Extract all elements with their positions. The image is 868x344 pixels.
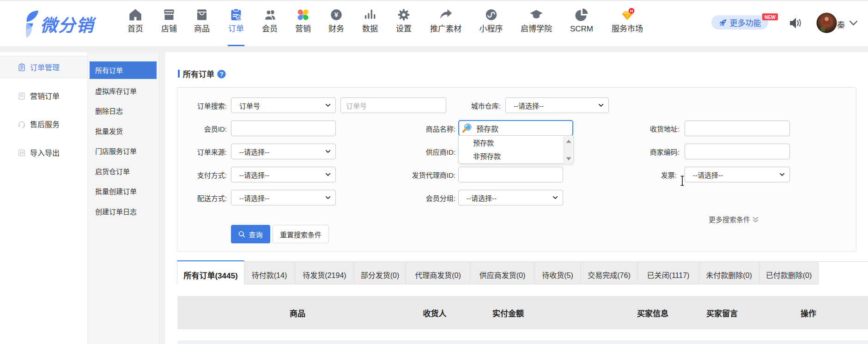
svg-text:¥: ¥ [334,11,339,18]
svg-text:?: ? [219,71,223,78]
svg-text:H: H [630,9,633,13]
